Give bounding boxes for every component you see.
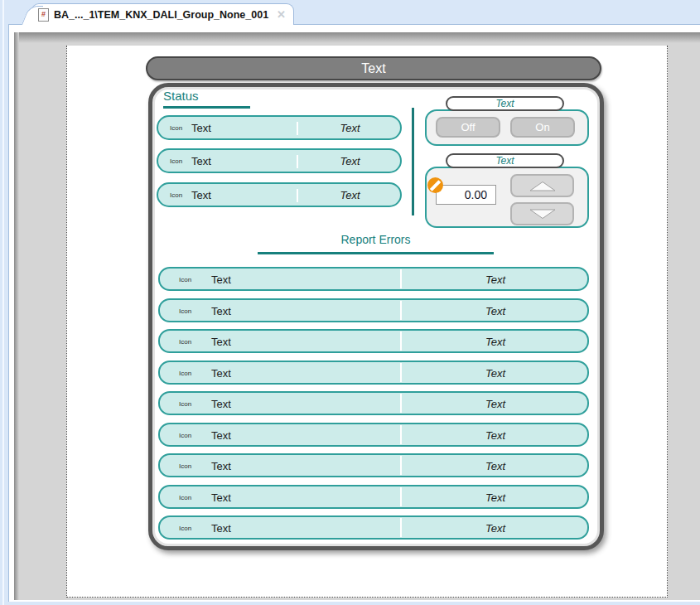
error-row: Icon Text Text (158, 423, 589, 447)
status-row-label: Text (191, 155, 211, 167)
error-row-value: Text (402, 459, 589, 472)
error-row-label: Text (211, 428, 231, 441)
template-panel: Status Icon Text Text Icon Text Text Ico… (148, 83, 604, 550)
chevron-up-icon (527, 181, 558, 191)
design-page: Text Status Icon Text Text Icon Text Tex… (66, 46, 668, 598)
status-row: Icon Text Text (157, 115, 402, 140)
setpoint-input[interactable] (436, 185, 496, 205)
error-row-icon: Icon (179, 493, 191, 501)
template-title-bar: Text (146, 56, 601, 80)
status-row-value: Text (298, 122, 402, 134)
document-tab[interactable]: # BA_..._1\TEM_KNX_DALI_Group_None_001 ✕ (31, 3, 294, 25)
setpoint-group-label: Text (446, 153, 564, 168)
error-row-value: Text (402, 521, 589, 534)
error-row-icon: Icon (179, 399, 191, 407)
error-row-icon: Icon (179, 431, 191, 438)
status-row-label: Text (191, 122, 211, 134)
error-row-value: Text (402, 335, 589, 347)
window-edge-highlight (2, 0, 4, 605)
template-title: Text (361, 61, 385, 76)
error-row-label: Text (211, 397, 231, 409)
tab-close-icon[interactable]: ✕ (277, 8, 286, 21)
error-row-value: Text (402, 304, 589, 317)
error-row-value: Text (402, 428, 589, 441)
vertical-separator (412, 108, 414, 215)
error-row-label: Text (211, 459, 231, 472)
error-row-icon: Icon (179, 307, 191, 314)
error-row: Icon Text Text (158, 515, 589, 540)
status-row-icon: Icon (170, 124, 182, 132)
decrement-button[interactable] (510, 202, 574, 225)
toggle-group-label: Text (446, 96, 564, 111)
error-row-value: Text (402, 273, 589, 285)
error-row-icon: Icon (179, 275, 191, 283)
error-row-label: Text (211, 491, 231, 503)
status-row: Icon Text Text (157, 182, 402, 207)
status-row-label: Text (191, 189, 211, 201)
chevron-down-icon (527, 209, 558, 220)
error-row: Icon Text Text (158, 453, 589, 477)
error-row-label: Text (211, 335, 231, 347)
error-row-value: Text (402, 397, 589, 409)
increment-button[interactable] (510, 174, 574, 197)
status-row-icon: Icon (170, 157, 182, 165)
document-icon: # (38, 8, 49, 22)
tab-title: BA_..._1\TEM_KNX_DALI_Group_None_001 (54, 9, 268, 21)
error-row: Icon Text Text (158, 329, 589, 353)
canvas-top-bezel (14, 32, 700, 43)
error-row-icon: Icon (179, 337, 191, 345)
error-row-label: Text (211, 521, 231, 534)
canvas-left-bezel (14, 32, 19, 600)
status-heading-rule (163, 106, 250, 109)
error-row-value: Text (402, 491, 589, 503)
error-row-label: Text (211, 273, 231, 285)
error-row: Icon Text Text (158, 267, 589, 291)
errors-heading: Report Errors (258, 233, 494, 246)
error-row-icon: Icon (179, 369, 191, 376)
error-row: Icon Text Text (158, 298, 589, 322)
no-entry-icon (427, 177, 443, 193)
error-row: Icon Text Text (158, 361, 589, 385)
status-row-value: Text (298, 189, 402, 201)
status-row-icon: Icon (170, 191, 182, 199)
error-row: Icon Text Text (158, 391, 589, 415)
error-row-label: Text (211, 304, 231, 317)
design-canvas: Text Status Icon Text Text Icon Text Tex… (14, 32, 700, 600)
error-row-icon: Icon (179, 462, 191, 469)
error-row-value: Text (402, 366, 589, 379)
on-button[interactable]: On (510, 117, 575, 138)
error-row-label: Text (211, 366, 231, 379)
errors-heading-rule (258, 252, 494, 254)
error-row: Icon Text Text (158, 485, 589, 509)
error-row-icon: Icon (179, 524, 191, 531)
status-row-value: Text (298, 155, 402, 167)
off-button[interactable]: Off (436, 117, 500, 138)
status-row: Icon Text Text (157, 148, 402, 173)
status-heading: Status (163, 89, 199, 103)
